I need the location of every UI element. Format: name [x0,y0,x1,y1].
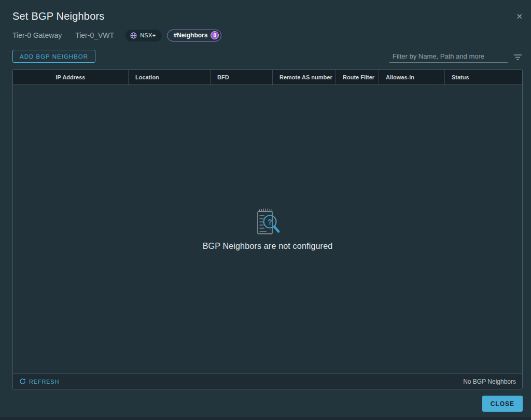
bgp-neighbors-table: IP Address Location BFD Remote AS number… [12,69,523,389]
neighbors-pill-label: #Neighbors [173,32,207,39]
column-header-remote-as-number[interactable]: Remote AS number [272,70,336,85]
set-bgp-neighbors-dialog: Set BGP Neighbors ✕ Tier-0 Gateway Tier-… [0,0,531,420]
close-icon[interactable]: ✕ [516,12,523,20]
empty-state-message: BGP Neighbors are not configured [203,242,333,251]
table-count-label: No BGP Neighbors [463,378,516,385]
column-header-bfd[interactable]: BFD [210,70,272,85]
column-header-route-filter[interactable]: Route Filter [336,70,379,85]
filter-area [389,51,523,63]
svg-text:?: ? [268,218,272,226]
column-header-location[interactable]: Location [128,70,210,85]
gateway-info-row: Tier-0 Gateway Tier-0_VWT NSX+ #Neighbor… [0,29,531,41]
nsx-plus-badge: NSX+ [125,30,162,41]
dialog-title: Set BGP Neighbors [12,10,105,22]
column-header-allowas-in[interactable]: Allowas-in [379,70,444,85]
table-empty-state: ? BGP Neighbors are not configured [13,85,522,373]
refresh-button[interactable]: REFRESH [19,378,59,385]
neighbors-count-pill[interactable]: #Neighbors 0 [167,30,221,41]
refresh-icon [19,378,26,385]
filter-input[interactable] [389,51,508,63]
gateway-name-label: Tier-0_VWT [75,31,114,39]
dialog-actions: CLOSE [482,396,523,412]
column-header-ip-address[interactable]: IP Address [13,70,128,85]
table-footer: REFRESH No BGP Neighbors [13,373,522,389]
filter-icon[interactable] [513,54,523,63]
close-button[interactable]: CLOSE [482,396,523,412]
grid-toolbar: ADD BGP NEIGHBOR [0,49,531,63]
add-bgp-neighbor-button[interactable]: ADD BGP NEIGHBOR [12,50,95,63]
table-header-row: IP Address Location BFD Remote AS number… [13,70,522,85]
neighbors-count-badge: 0 [211,31,219,39]
globe-icon [130,32,137,39]
dialog-bottom-edge [0,417,531,420]
empty-state-notepad-search-icon: ? [253,207,283,236]
column-header-status[interactable]: Status [444,70,522,85]
dialog-header: Set BGP Neighbors ✕ [0,0,531,22]
refresh-label: REFRESH [29,379,59,385]
nsx-badge-label: NSX+ [140,32,156,38]
gateway-type-label: Tier-0 Gateway [12,31,62,39]
